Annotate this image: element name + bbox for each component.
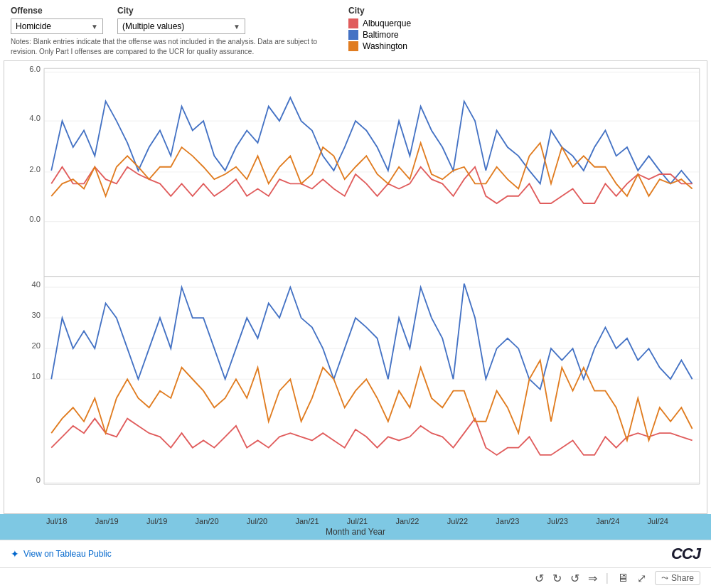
offense-control: Offense Homicide ▼ [11,6,103,34]
notes: Notes: Blank entries indicate that the o… [0,37,341,60]
x-label-jul19: Jul/19 [146,517,167,525]
tableau-icon: ✦ [11,548,19,560]
svg-text:20: 20 [31,341,40,350]
svg-text:4.0: 4.0 [29,114,41,122]
ccj-logo: CCJ [671,545,700,563]
share-button[interactable]: ⤳ Share [655,571,700,585]
legend-item-baltimore: Baltimore [348,30,411,40]
expand-icon[interactable]: ⤢ [637,572,646,585]
undo2-icon[interactable]: ↺ [570,572,579,585]
albuquerque-rate-line [51,167,692,203]
city-dropdown-arrow: ▼ [233,23,240,31]
albuquerque-label: Albuquerque [363,18,411,28]
x-label-jul20: Jul/20 [247,517,267,525]
x-label-jan22: Jan/22 [395,517,419,525]
svg-text:30: 30 [31,311,40,319]
svg-text:10: 10 [31,372,40,380]
x-label-jul22: Jul/22 [447,517,468,525]
washington-count-line [51,360,692,441]
svg-text:2.0: 2.0 [29,165,41,173]
footer: ✦ View on Tableau Public CCJ [0,540,711,567]
legend: City Albuquerque Baltimore Washington [348,6,411,53]
albuquerque-count-line [51,419,692,455]
offense-select[interactable]: Homicide ▼ [11,18,103,34]
city-control: City (Multiple values) ▼ [117,6,245,34]
x-label-jul24: Jul/24 [648,517,668,525]
city-label: City [117,6,245,16]
albuquerque-swatch [348,18,358,28]
offense-label: Offense [11,6,103,16]
share-icon: ⤳ [661,573,668,583]
x-axis-title: Month and Year [0,525,711,538]
tableau-link[interactable]: ✦ View on Tableau Public [11,548,112,560]
bottom-toolbar: ↺ ↻ ↺ ⇒ | 🖥 ⤢ ⤳ Share [0,567,711,588]
x-label-jan21: Jan/21 [295,517,319,525]
x-axis-labels: Jul/18 Jan/19 Jul/19 Jan/20 Jul/20 Jan/2… [0,517,711,525]
charts-svg: Rate 6.0 4.0 2.0 0.0 Count 40 30 20 10 0 [4,61,707,513]
baltimore-label: Baltimore [363,30,399,40]
x-label-jul18: Jul/18 [46,517,67,525]
washington-swatch [348,41,358,51]
city-select[interactable]: (Multiple values) ▼ [117,18,245,34]
x-label-jan20: Jan/20 [196,517,219,525]
svg-text:40: 40 [31,280,40,289]
svg-text:6.0: 6.0 [29,65,41,73]
legend-item-albuquerque: Albuquerque [348,18,411,28]
footer-right: CCJ [671,545,700,563]
redo-icon[interactable]: ↻ [552,572,562,585]
monitor-icon[interactable]: 🖥 [617,572,629,584]
x-label-jul21: Jul/21 [347,517,368,525]
washington-label: Washington [363,41,407,51]
x-label-jan23: Jan/23 [496,517,519,525]
svg-text:0: 0 [36,476,41,484]
x-label-jan24: Jan/24 [596,517,619,525]
offense-dropdown-arrow: ▼ [91,23,98,31]
baltimore-rate-line [51,97,692,183]
undo-icon[interactable]: ↺ [535,572,544,585]
baltimore-swatch [348,30,358,40]
x-label-jul23: Jul/23 [547,517,568,525]
legend-item-washington: Washington [348,41,411,51]
redo2-icon[interactable]: ⇒ [588,572,597,585]
baltimore-count-line [51,284,692,390]
svg-text:0.0: 0.0 [29,215,41,223]
legend-title: City [348,6,411,16]
x-label-jan19: Jan/19 [95,517,119,525]
charts-wrapper: Rate 6.0 4.0 2.0 0.0 Count 40 30 20 10 0 [4,60,707,514]
x-axis-area: Jul/18 Jan/19 Jul/19 Jan/20 Jul/20 Jan/2… [0,514,711,540]
